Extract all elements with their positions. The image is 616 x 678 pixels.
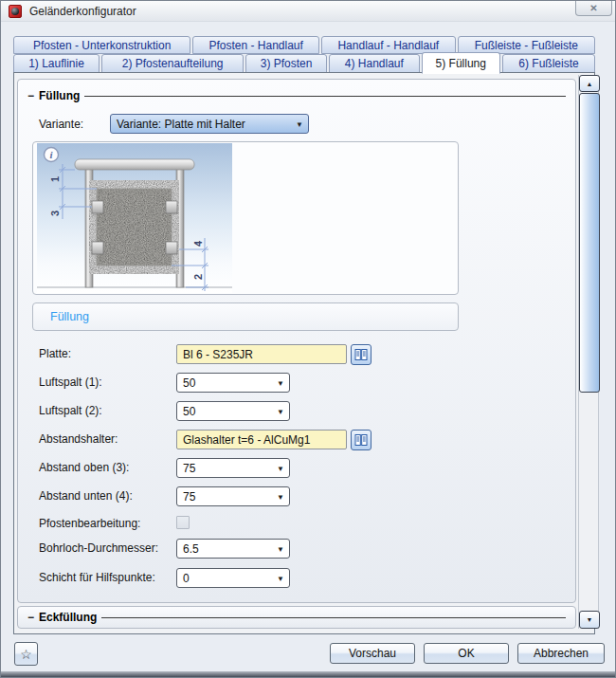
abstandshalter-catalog-button[interactable] [351, 430, 371, 450]
bohrloch-value: 6.5 [183, 542, 199, 556]
section-rule [84, 96, 566, 97]
tab-pfosten-unterkonstruktion[interactable]: Pfosten - Unterkonstruktion [13, 36, 190, 54]
ok-button[interactable]: OK [424, 643, 509, 664]
close-button[interactable]: ✕ [575, 1, 612, 16]
window-bottom-edge [1, 671, 615, 677]
window-title: Geländerkonfigurator [29, 5, 136, 18]
section-header-fuellung: − Füllung [27, 89, 566, 102]
dim-label-1: 1 [49, 176, 61, 182]
pfostenbearbeitung-checkbox[interactable] [176, 516, 190, 529]
luftspalt1-label: Luftspalt (1): [39, 376, 102, 389]
chevron-down-icon: ▼ [277, 408, 284, 416]
app-icon [9, 5, 22, 18]
section-eckfuellung: − Eckfüllung [17, 606, 576, 629]
chevron-down-icon: ▼ [277, 379, 284, 388]
down-arrow-icon: ▼ [587, 616, 593, 623]
catalog-book-icon [354, 348, 368, 361]
luftspalt2-label: Luftspalt (2): [39, 404, 102, 417]
bohrloch-label: Bohrloch-Durchmesser: [39, 541, 158, 555]
dim-label-4: 4 [192, 240, 204, 247]
tab-row-steps: 1) Lauflinie 2) Pfostenaufteilung 3) Pfo… [13, 54, 595, 73]
tab-lauflinie[interactable]: 1) Lauflinie [13, 54, 100, 73]
tab-pfostenaufteilung[interactable]: 2) Pfostenaufteilung [101, 54, 244, 73]
platte-label: Platte: [39, 347, 71, 360]
preview-caption: Füllung [50, 310, 89, 323]
close-icon: ✕ [589, 3, 597, 13]
dialog-window: Geländerkonfigurator ✕ Pfosten - Unterko… [0, 0, 616, 678]
chevron-down-icon: ▼ [277, 545, 284, 554]
collapse-icon[interactable]: − [27, 91, 34, 101]
abstand-oben-value: 75 [183, 462, 195, 475]
tab-handlauf[interactable]: 4) Handlauf [329, 54, 420, 73]
tab-fussleiste[interactable]: 6) Fußleiste [502, 54, 595, 73]
info-icon[interactable]: i [45, 148, 59, 162]
section-fuellung: − Füllung Variante: Variante: Platte mit… [17, 79, 576, 603]
luftspalt2-value: 50 [183, 405, 195, 418]
abstandshalter-input[interactable]: Glashalter t=6 - AlCuMg1 [176, 430, 347, 449]
abstand-unten-select[interactable]: 75 ▼ [176, 486, 290, 506]
scrollbar[interactable]: ▲ ▼ [578, 75, 599, 629]
vorschau-button[interactable]: Vorschau [330, 643, 415, 664]
preview-panel: 1 3 4 2 i [32, 141, 459, 295]
up-arrow-icon: ▲ [587, 81, 593, 87]
scrollbar-up-button[interactable]: ▲ [579, 75, 600, 92]
dim-label-2: 2 [192, 274, 204, 280]
schicht-select[interactable]: 0 ▼ [176, 568, 290, 588]
platte-catalog-button[interactable] [351, 344, 371, 365]
scrollbar-down-button[interactable]: ▼ [579, 611, 600, 629]
tab-row-connections: Pfosten - Unterkonstruktion Pfosten - Ha… [13, 36, 595, 54]
title-bar[interactable]: Geländerkonfigurator [1, 1, 615, 22]
dim-label-3: 3 [49, 211, 61, 216]
chevron-down-icon: ▼ [277, 493, 284, 502]
collapse-icon[interactable]: − [27, 613, 34, 622]
content-panel: − Füllung Variante: Variante: Platte mit… [13, 72, 595, 634]
luftspalt1-select[interactable]: 50 ▼ [176, 373, 290, 393]
chevron-down-icon: ▼ [277, 575, 284, 583]
abstandshalter-value: Glashalter t=6 - AlCuMg1 [183, 433, 310, 447]
section-title-fuellung: Füllung [39, 89, 80, 102]
catalog-book-icon [354, 433, 368, 447]
abstand-oben-label: Abstand oben (3): [39, 461, 129, 474]
handrail-shape [75, 159, 194, 170]
pfostenbearbeitung-label: Pfostenbearbeitung: [39, 517, 140, 530]
favorite-button[interactable]: ☆ [14, 642, 38, 666]
abstand-unten-label: Abstand unten (4): [39, 489, 133, 503]
variante-label: Variante: [39, 118, 83, 131]
variante-select[interactable]: Variante: Platte mit Halter ▼ [110, 114, 309, 134]
platte-input[interactable]: Bl 6 - S235JR [176, 344, 347, 364]
abstand-oben-select[interactable]: 75 ▼ [176, 458, 290, 478]
chevron-down-icon: ▼ [277, 465, 284, 473]
section-title-eckfuellung: Eckfüllung [39, 611, 97, 624]
section-rule [101, 617, 566, 618]
schicht-label: Schicht für Hilfspunkte: [39, 571, 155, 584]
chevron-down-icon: ▼ [296, 120, 303, 129]
platte-value: Bl 6 - S235JR [183, 348, 253, 361]
scrollbar-thumb[interactable] [579, 93, 600, 393]
schicht-value: 0 [183, 572, 190, 585]
tab-pfosten[interactable]: 3) Pfosten [245, 54, 327, 73]
infill-panel-texture [97, 189, 172, 266]
variante-value: Variante: Platte mit Halter [117, 118, 245, 131]
app-icon-ball [11, 8, 19, 15]
bohrloch-select[interactable]: 6.5 ▼ [176, 539, 290, 559]
abbrechen-button[interactable]: Abbrechen [517, 643, 605, 664]
tab-fuellung-active[interactable]: 5) Füllung [422, 52, 500, 74]
preview-caption-box: Füllung [32, 302, 459, 331]
luftspalt2-select[interactable]: 50 ▼ [176, 401, 290, 421]
abstandshalter-label: Abstandshalter: [39, 432, 118, 446]
luftspalt1-value: 50 [183, 376, 195, 390]
tab-pfosten-handlauf[interactable]: Pfosten - Handlauf [192, 36, 319, 54]
preview-drawing: 1 3 4 2 i [37, 143, 232, 293]
abstand-unten-value: 75 [183, 490, 195, 504]
star-icon: ☆ [20, 647, 32, 662]
